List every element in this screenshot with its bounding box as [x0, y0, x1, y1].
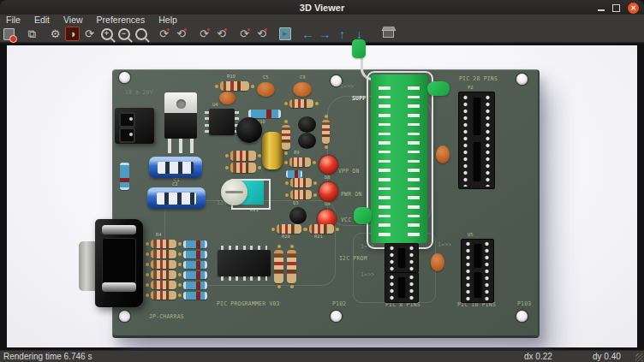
arrow-right-icon: →	[319, 27, 331, 41]
menu-help[interactable]: Help	[152, 15, 184, 26]
capacitor-disc	[436, 145, 450, 163]
silkscreen-vpp-on: VPP ON	[338, 168, 360, 174]
menu-file[interactable]: File	[0, 15, 27, 26]
ref-r4: R4	[156, 232, 162, 238]
window-controls: ✕	[598, 2, 639, 14]
maximize-button[interactable]	[612, 4, 620, 12]
status-bar: Rendering time 6.746 s dx 0.22 dy 0.40	[0, 350, 644, 362]
zif-latch-tab	[354, 207, 372, 224]
capacitor-yellow	[262, 132, 283, 169]
resistor-r19	[230, 163, 256, 173]
ic-u4	[209, 109, 235, 135]
ortho-projection-button[interactable]	[381, 27, 396, 41]
silkscreen-p103: P103	[517, 300, 531, 306]
pcb-board: 18 a 20V 1=>> SUPP PIC 28 PINS VPP ON PW…	[112, 69, 540, 338]
zif-pin-column	[379, 86, 391, 237]
mounting-hole	[516, 74, 528, 85]
zoom-fit-icon	[135, 28, 147, 40]
zif-lever-arm	[427, 81, 450, 96]
status-dy: dy 0.40	[593, 352, 621, 361]
zoom-out-button[interactable]: −	[116, 27, 131, 41]
rendering-time: Rendering time 6.746 s	[3, 352, 92, 361]
resize-grip[interactable]	[635, 353, 643, 361]
ref-u4: U4	[212, 102, 218, 108]
silkscreen-author: JP-CHARRAS	[149, 313, 184, 319]
zif-pin-column	[408, 86, 420, 237]
refresh-icon: ⟳	[85, 27, 94, 40]
menu-view[interactable]: View	[57, 15, 90, 26]
arrow-up-icon: ↑	[339, 27, 345, 41]
resistor-r7	[289, 99, 313, 108]
dip-socket-8pin	[385, 243, 419, 273]
copy-image-button[interactable]: ⧉	[25, 27, 39, 41]
resistor-r48	[290, 178, 312, 187]
zoom-in-icon: +	[101, 28, 113, 40]
sphere-icon: ◑	[69, 27, 76, 40]
menu-preferences[interactable]: Preferences	[90, 15, 152, 26]
capacitor-c1	[149, 157, 202, 178]
resistor-r12	[274, 250, 283, 283]
mounting-hole	[119, 311, 130, 322]
rotate-y-ccw-button[interactable]: ⟲	[214, 27, 229, 41]
zoom-in-button[interactable]: +	[99, 27, 114, 41]
silkscreen-board-title: PIC PROGRAMMER V03	[217, 300, 280, 306]
rotate-z-ccw-button[interactable]: ⟲	[254, 27, 269, 41]
render-material-button[interactable]: ◑	[65, 27, 80, 41]
copy-icon: ⧉	[28, 27, 36, 41]
ref-r10: R10	[227, 74, 236, 80]
move-board-button[interactable]: ▸	[277, 27, 292, 41]
rotate-x-cw-icon: ⟳	[159, 27, 169, 41]
diode-d10	[248, 110, 281, 118]
diode-array	[183, 261, 207, 269]
ref-u5: U5	[468, 232, 474, 238]
silkscreen-pin1-marker: 1=>>	[361, 271, 374, 277]
mounting-hole	[119, 72, 130, 83]
diode-array	[183, 240, 207, 248]
capacitor-c2	[147, 187, 206, 209]
reload-board-button[interactable]	[2, 27, 16, 41]
menu-edit[interactable]: Edit	[27, 15, 57, 26]
window-title: 3D Viewer	[300, 3, 344, 13]
rotate-z-ccw-icon: ⟲	[257, 27, 266, 41]
pan-up-button[interactable]: ↑	[335, 27, 349, 41]
move-board-icon: ▸	[279, 27, 291, 40]
rotate-z-cw-icon: ⟳	[240, 27, 249, 41]
rotate-x-ccw-button[interactable]: ⟲	[174, 27, 188, 41]
resistor-r11	[282, 125, 290, 150]
diode-d2	[120, 163, 129, 190]
redraw-button[interactable]: ⟳	[82, 27, 97, 41]
silkscreen-pic28: PIC 28 PINS	[459, 75, 498, 81]
capacitor-c9	[293, 82, 312, 97]
rotate-y-cw-button[interactable]: ⟳	[197, 27, 212, 41]
toolbar: ⧉ ⚙ ◑ ⟳ + − ⟳ ⟲ ⟳ ⟲ ⟳ ⟲ ▸ ← → ↑ ↓	[0, 26, 644, 43]
cube-icon	[383, 30, 394, 38]
resistor-r21	[309, 224, 334, 234]
pan-left-button[interactable]: ←	[301, 27, 315, 41]
minimize-button[interactable]	[598, 9, 605, 11]
ref-r20: R20	[282, 234, 290, 240]
close-button[interactable]: ✕	[628, 3, 639, 14]
rotate-z-cw-button[interactable]: ⟳	[237, 27, 252, 41]
ref-r9: R9	[294, 150, 300, 156]
led-pwr	[319, 182, 337, 201]
rotate-x-cw-button[interactable]: ⟳	[157, 27, 171, 41]
resistor-array	[151, 250, 176, 258]
capacitor-disc	[219, 92, 236, 104]
diode-array	[183, 271, 207, 279]
diode-array	[183, 282, 207, 289]
resistor-r18	[230, 151, 256, 161]
canvas-frame: 18 a 20V 1=>> SUPP PIC 28 PINS VPP ON PW…	[0, 44, 644, 350]
pan-right-button[interactable]: →	[318, 27, 332, 41]
silkscreen-pwr-on: PWR ON	[341, 191, 362, 197]
voltage-regulator	[164, 92, 198, 154]
reload-board-icon	[3, 28, 15, 40]
title-bar[interactable]: 3D Viewer ✕	[0, 0, 644, 15]
zoom-fit-button[interactable]	[134, 27, 148, 41]
capacitor-c5	[257, 82, 275, 97]
diode-small	[286, 170, 302, 178]
rotate-y-cw-icon: ⟳	[200, 27, 209, 41]
3d-viewport[interactable]: 18 a 20V 1=>> SUPP PIC 28 PINS VPP ON PW…	[7, 45, 637, 347]
zif-lever-knob	[352, 39, 366, 58]
arrow-left-icon: ←	[302, 27, 314, 41]
render-options-button[interactable]: ⚙	[48, 27, 63, 41]
